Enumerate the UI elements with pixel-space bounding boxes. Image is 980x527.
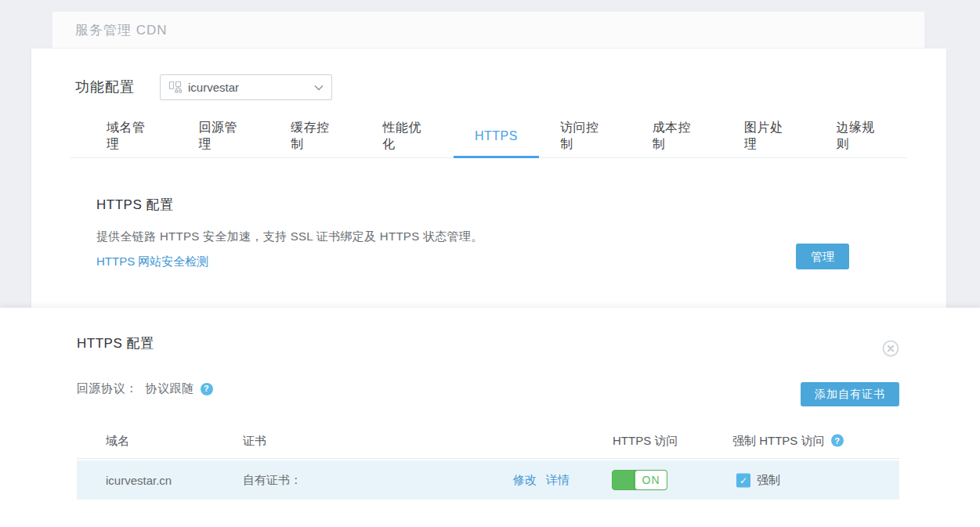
tab-label: 域名管理 xyxy=(107,120,157,153)
tab-label: 图片处理 xyxy=(744,120,794,153)
breadcrumb: 服务管理 CDN xyxy=(75,21,168,39)
origin-protocol-row: 回源协议： 协议跟随 ? xyxy=(77,381,213,396)
tab-label: 成本控制 xyxy=(652,120,702,153)
tab-access-control[interactable]: 访问控制 xyxy=(539,114,631,157)
https-config-modal: HTTPS 配置 回源协议： 协议跟随 ? 添加自有证书 域名 证书 HTTPS… xyxy=(0,308,980,527)
checkbox-checked-icon[interactable]: ✓ xyxy=(736,473,750,487)
https-section-title: HTTPS 配置 xyxy=(96,196,173,214)
tab-label: 性能优化 xyxy=(383,120,433,153)
column-header-https-access: HTTPS 访问 xyxy=(613,433,678,448)
tab-label: 边缘规则 xyxy=(836,120,886,153)
tab-label: 回源管理 xyxy=(199,120,249,153)
tab-image-processing[interactable]: 图片处理 xyxy=(723,114,815,157)
feature-config-card: 功能配置 icurvestar 域名管理 回源管理 xyxy=(31,49,946,308)
breadcrumb-bar: 服务管理 CDN xyxy=(52,12,924,49)
chevron-down-icon xyxy=(314,85,324,91)
origin-protocol-value: 协议跟随 xyxy=(146,381,194,396)
https-toggle-knob: ON xyxy=(635,470,667,490)
domain-cell: icurvestar.cn xyxy=(106,474,172,487)
page-title: 功能配置 xyxy=(75,74,135,100)
tab-cache-control[interactable]: 缓存控制 xyxy=(269,114,362,157)
tab-origin-management[interactable]: 回源管理 xyxy=(178,114,270,157)
add-certificate-button[interactable]: 添加自有证书 xyxy=(801,382,899,406)
tab-cost-control[interactable]: 成本控制 xyxy=(631,114,723,157)
tab-https[interactable]: HTTPS xyxy=(454,114,539,157)
column-header-domain: 域名 xyxy=(106,433,129,448)
edit-link[interactable]: 修改 xyxy=(513,473,537,488)
service-select-value: icurvestar xyxy=(188,81,314,94)
page: 服务管理 CDN 功能配置 icurvestar xyxy=(0,0,980,527)
tab-label: HTTPS xyxy=(475,129,518,143)
force-https-checkbox-wrap[interactable]: ✓ 强制 xyxy=(736,473,780,488)
column-header-force-https: 强制 HTTPS 访问 ? xyxy=(732,433,844,448)
tab-label: 缓存控制 xyxy=(291,120,341,153)
cert-cell: 自有证书： xyxy=(243,473,302,488)
tab-edge-rules[interactable]: 边缘规则 xyxy=(815,114,907,157)
column-header-label: 强制 HTTPS 访问 xyxy=(732,433,825,448)
service-select[interactable]: icurvestar xyxy=(160,74,332,100)
column-header-label: HTTPS 访问 xyxy=(613,433,678,448)
tab-domain-management[interactable]: 域名管理 xyxy=(85,114,178,157)
detail-link[interactable]: 详情 xyxy=(546,473,570,488)
origin-protocol-label: 回源协议： xyxy=(77,381,138,396)
https-security-check-link[interactable]: HTTPS 网站安全检测 xyxy=(96,254,208,269)
cdn-service-icon xyxy=(168,81,182,94)
modal-title: HTTPS 配置 xyxy=(77,334,154,352)
help-icon[interactable]: ? xyxy=(201,383,213,395)
tab-performance[interactable]: 性能优化 xyxy=(362,114,454,157)
close-icon[interactable] xyxy=(882,340,899,357)
manage-button[interactable]: 管理 xyxy=(796,244,849,269)
table-header: 域名 证书 HTTPS 访问 强制 HTTPS 访问 ? xyxy=(77,423,899,459)
tab-bar: 域名管理 回源管理 缓存控制 性能优化 HTTPS 访问控制 成本控制 图片处理… xyxy=(71,114,907,158)
table-row: icurvestar.cn 自有证书： 修改 详情 ON ✓ 强制 xyxy=(77,460,899,500)
force-checkbox-label: 强制 xyxy=(757,473,780,488)
https-toggle[interactable]: ON xyxy=(612,470,667,490)
tab-label: 访问控制 xyxy=(560,120,610,153)
help-icon[interactable]: ? xyxy=(831,435,844,447)
https-section-description: 提供全链路 HTTPS 安全加速，支持 SSL 证书绑定及 HTTPS 状态管理… xyxy=(96,229,483,244)
column-header-cert: 证书 xyxy=(243,433,266,448)
